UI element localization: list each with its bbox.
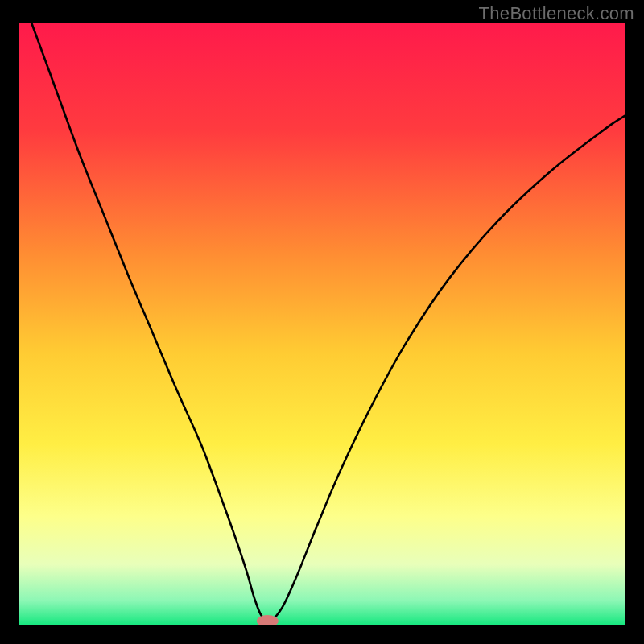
- chart-plot: [19, 23, 625, 625]
- gradient-background: [19, 23, 625, 625]
- chart-svg: [19, 23, 625, 625]
- watermark-label: TheBottleneck.com: [479, 3, 634, 24]
- chart-frame: TheBottleneck.com: [0, 0, 644, 644]
